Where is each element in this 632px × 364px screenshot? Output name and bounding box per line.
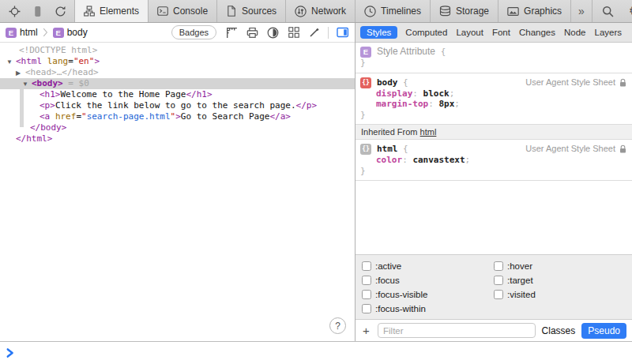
details-sidebar-toggle-button[interactable] <box>336 26 349 39</box>
rule-origin-badge-icon: {} <box>360 144 371 155</box>
code-token: <body> <box>32 78 63 88</box>
inspect-element-button[interactable] <box>6 2 23 20</box>
code-token: = <box>76 111 81 122</box>
printer-icon <box>246 27 258 39</box>
styles-tab-node[interactable]: Node <box>563 26 587 39</box>
pseudo-label: :target <box>507 276 533 285</box>
code-token: <html <box>16 56 42 66</box>
more-tabs-button[interactable]: » <box>571 0 592 22</box>
grid-overlay-button[interactable] <box>287 26 300 39</box>
styles-tab-layout[interactable]: Layout <box>455 26 484 39</box>
pseudo-label: :hover <box>507 261 532 271</box>
breadcrumb-separator-icon <box>43 28 48 37</box>
divider <box>328 27 329 39</box>
checkbox-icon <box>494 261 503 271</box>
badges-button[interactable]: Badges <box>171 25 216 39</box>
pseudo-toggle-visited[interactable]: :visited <box>494 290 626 299</box>
dom-node[interactable]: ▼<body> = $0 <box>0 78 355 89</box>
classes-button[interactable]: Classes <box>542 325 576 336</box>
dom-node[interactable]: <p>Click the link below to go to the sea… <box>0 100 355 111</box>
rule-selector: html <box>377 144 398 155</box>
dom-node[interactable]: </body> <box>0 122 355 133</box>
styles-tab-layers[interactable]: Layers <box>593 26 623 39</box>
dom-node[interactable]: <h1>Welcome to the Home Page</h1> <box>0 89 355 100</box>
help-button[interactable]: ? <box>329 317 346 334</box>
rule-origin-badge-icon: {} <box>360 77 371 88</box>
pseudo-button[interactable]: Pseudo <box>581 323 626 339</box>
edit-button[interactable] <box>307 26 321 39</box>
settings-button[interactable]: ⚙ <box>626 2 632 20</box>
css-property[interactable]: margin-top: 8px; <box>360 99 627 110</box>
expanded-arrow-icon[interactable]: ▼ <box>22 79 32 90</box>
toolbar-right-buttons: ⚙ <box>592 0 632 22</box>
pseudo-label: :focus-within <box>375 304 426 313</box>
breadcrumb-item-html[interactable]: Ehtml <box>6 27 38 38</box>
pseudo-toggle-hover[interactable]: :hover <box>494 261 626 271</box>
dom-node[interactable]: ▼<html lang="en"> <box>0 56 355 67</box>
console-prompt-bar[interactable] <box>0 341 632 364</box>
network-icon <box>295 6 307 17</box>
appearance-button[interactable] <box>266 26 280 39</box>
css-property[interactable]: color: canvastext; <box>360 155 627 166</box>
search-button[interactable] <box>600 2 617 20</box>
reload-page-button[interactable] <box>51 2 69 20</box>
code-token: </h1> <box>186 89 212 99</box>
code-token: "en" <box>73 56 95 66</box>
dom-panel: EhtmlEbody Badges <!DOCTYPE html>▼<html … <box>0 23 356 341</box>
styles-tab-styles[interactable]: Styles <box>360 26 397 39</box>
dom-node[interactable]: </html> <box>0 133 355 144</box>
tab-elements[interactable]: Elements <box>75 0 149 22</box>
lock-icon <box>619 144 627 154</box>
breadcrumb-item-body[interactable]: Ebody <box>53 27 88 38</box>
semicolon: ; <box>450 88 455 99</box>
tab-graphics[interactable]: Graphics <box>498 0 571 22</box>
collapsed-arrow-icon[interactable]: ▶ <box>16 68 25 79</box>
dom-node[interactable]: <!DOCTYPE html> <box>0 45 355 56</box>
elements-icon <box>84 6 95 17</box>
children-guide <box>20 89 24 127</box>
checkbox-icon <box>494 290 503 299</box>
style-rules: EStyle Attribute {}{}body {User Agent St… <box>356 43 632 181</box>
element-badge-icon: E <box>6 28 17 38</box>
colon: : <box>402 155 412 165</box>
code-token: </html> <box>16 133 52 144</box>
inherited-node-link[interactable]: html <box>420 127 437 137</box>
print-button[interactable] <box>246 26 259 39</box>
dom-node[interactable]: <a href="search-page.html">Go to Search … <box>0 111 355 122</box>
property-name: color <box>376 155 402 165</box>
pseudo-toggle-active[interactable]: :active <box>362 261 494 271</box>
pseudo-toggle-focus-within[interactable]: :focus-within <box>362 304 494 313</box>
tab-storage[interactable]: Storage <box>431 0 498 22</box>
expanded-arrow-icon[interactable]: ▼ <box>6 57 16 68</box>
pseudo-toggle-focus-visible[interactable]: :focus-visible <box>362 290 494 299</box>
code-token: </a> <box>269 111 291 122</box>
device-button[interactable] <box>28 2 46 20</box>
tab-network[interactable]: Network <box>286 0 356 22</box>
console-chevron-icon <box>6 347 14 358</box>
pseudo-toggle-target[interactable]: :target <box>494 276 626 285</box>
checkbox-icon <box>494 276 503 285</box>
code-token: search-page.html <box>87 111 171 122</box>
tab-console[interactable]: Console <box>149 0 217 22</box>
css-property[interactable]: display: block; <box>360 88 627 99</box>
code-token: <head>…</head> <box>25 67 99 77</box>
style-filter-input[interactable] <box>378 323 536 338</box>
styles-tab-computed[interactable]: Computed <box>404 26 448 39</box>
open-brace: { <box>398 77 408 88</box>
origin-label: User Agent Style Sheet <box>525 77 627 88</box>
styles-tab-changes[interactable]: Changes <box>518 26 556 39</box>
rule-header: EStyle Attribute { <box>360 47 627 58</box>
dom-node[interactable]: ▶<head>…</head> <box>0 67 355 78</box>
code-token: lang <box>47 56 69 66</box>
rule-origin-badge-icon: E <box>360 47 371 58</box>
rule-footer: } <box>360 166 627 177</box>
add-rule-button[interactable]: + <box>361 325 371 336</box>
tab-timelines[interactable]: Timelines <box>356 0 431 22</box>
pseudo-column: :hover:target:visited <box>494 261 626 299</box>
rule-selector: body <box>377 77 398 88</box>
rule-selector: Style Attribute <box>377 47 435 58</box>
ruler-button[interactable] <box>225 26 239 39</box>
pseudo-toggle-focus[interactable]: :focus <box>362 276 494 285</box>
styles-tab-font[interactable]: Font <box>491 26 511 39</box>
tab-sources[interactable]: Sources <box>217 0 286 22</box>
